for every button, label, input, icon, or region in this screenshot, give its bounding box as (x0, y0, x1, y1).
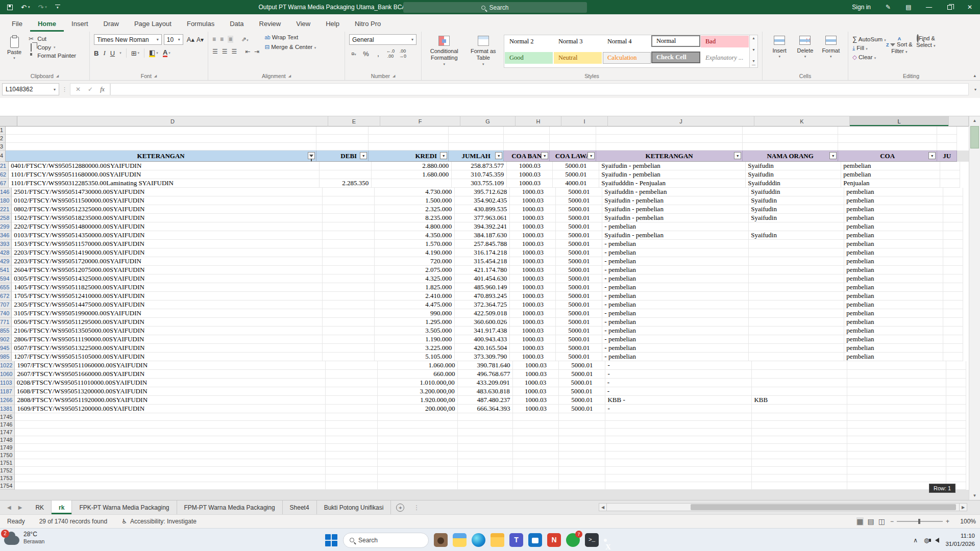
cell-j-1754[interactable] (605, 482, 752, 490)
cell-j-1060[interactable]: - (605, 370, 752, 379)
comma-style-icon[interactable]: , (374, 49, 383, 58)
cell-d-428[interactable]: 2203/FTSCY/WS950514190000.00SYAIFUDIN (12, 248, 323, 257)
cell-g-1747[interactable] (458, 429, 513, 436)
cell-g-902[interactable]: 400.943.433 (455, 335, 510, 344)
scroll-right-icon[interactable]: ▶ (959, 503, 967, 511)
cell-l-1745[interactable] (847, 413, 946, 421)
cell-l-393[interactable]: pembelian (844, 240, 943, 248)
row-header-771[interactable]: 771 (0, 318, 12, 327)
cell-h-1745[interactable] (513, 413, 559, 421)
cell-f-180[interactable]: 1.500.000 (375, 196, 455, 205)
cell-f-428[interactable]: 4.190.000 (375, 248, 455, 257)
cell-i-1381[interactable]: 5000.01 (559, 405, 605, 413)
row-header-1752[interactable]: 1752 (0, 467, 15, 474)
cell-j-1753[interactable] (605, 474, 752, 482)
cell-e-655[interactable] (323, 283, 375, 292)
cell-i-1746[interactable] (559, 421, 605, 429)
sheet-nav-left-icon[interactable]: ◀ (7, 505, 11, 510)
row-header-180[interactable]: 180 (0, 196, 12, 205)
cell-f-541[interactable]: 2.075.000 (375, 266, 455, 274)
save-icon[interactable] (7, 5, 13, 10)
filter-dropdown-icon[interactable]: ▼ (440, 152, 447, 159)
cell-k-1750[interactable] (752, 452, 847, 459)
folder-icon[interactable] (491, 533, 504, 547)
cell-h-428[interactable]: 1000.03 (510, 248, 556, 257)
cell-i-985[interactable]: 5000.01 (556, 353, 602, 361)
cell-partial[interactable] (943, 188, 963, 196)
row-header-67[interactable]: 67 (0, 179, 9, 188)
cell-g-594[interactable]: 401.454.630 (455, 274, 510, 283)
find-select-button[interactable]: Find & Select ▾ (913, 34, 939, 61)
grow-font-icon[interactable]: A▴ (187, 36, 194, 43)
cell-g-62[interactable]: 310.745.359 (452, 170, 507, 179)
cell-d-855[interactable]: 2106/FTSCY/WS950513505000.00SYAIFUDIN (12, 327, 323, 335)
cell-f-393[interactable]: 1.570.000 (375, 240, 455, 248)
cell-g-67[interactable]: 303.755.109 (452, 179, 507, 188)
cell-partial[interactable] (946, 405, 966, 413)
cell-h-180[interactable]: 1000.03 (510, 196, 556, 205)
cell-j-945[interactable]: - pembelian (602, 344, 749, 353)
cell-i-1022[interactable]: 5000.01 (559, 361, 605, 370)
cell-i-67[interactable]: 4000.01 (553, 179, 599, 188)
cell-j-985[interactable]: - pembelian (602, 353, 749, 361)
cell-d-1022[interactable]: 1907/FTSCY/WS950511060000.00SYAIFUDIN (15, 361, 326, 370)
copy-button[interactable]: Copy ▾ (28, 44, 76, 51)
cell-k-1266[interactable]: KBB (752, 396, 847, 405)
cell-g-346[interactable]: 384.187.630 (455, 231, 510, 240)
cell-k-346[interactable]: Syaifudin (749, 231, 844, 240)
cell-j-180[interactable]: Syaifudin - pembelian (602, 196, 749, 205)
cell-f-672[interactable]: 2.410.000 (375, 292, 455, 300)
cell-h-1749[interactable] (513, 444, 559, 452)
cell-g-3[interactable] (449, 143, 504, 151)
cell-d-1750[interactable] (15, 452, 326, 459)
cell-l-62[interactable]: pembelian (841, 170, 940, 179)
filter-dropdown-icon[interactable]: ▼ (495, 152, 502, 159)
cell-e-1103[interactable] (326, 379, 378, 387)
cell-j-428[interactable]: - pembelian (602, 248, 749, 257)
cell-g-1187[interactable]: 483.630.818 (458, 387, 513, 396)
cell-i-221[interactable]: 5000.01 (556, 205, 602, 214)
column-header-partial[interactable] (949, 116, 969, 127)
cell-f-146[interactable]: 4.730.000 (375, 188, 455, 196)
cell-l-902[interactable]: pembelian (844, 335, 943, 344)
cell-h-1187[interactable]: 1000.03 (513, 387, 559, 396)
cell-l-1746[interactable] (847, 421, 946, 429)
number-dialog-launcher-icon[interactable]: ◢ (393, 74, 395, 78)
cell-k-180[interactable]: Syaifudin (749, 196, 844, 205)
cell-j-771[interactable]: - pembelian (602, 318, 749, 327)
insert-function-icon[interactable]: fx (100, 86, 105, 93)
cell-i-541[interactable]: 5000.01 (556, 266, 602, 274)
cell-l-1[interactable] (838, 127, 937, 135)
cell-g-771[interactable]: 360.600.026 (455, 318, 510, 327)
row-header-346[interactable]: 346 (0, 231, 12, 240)
sheet-tab-rk[interactable]: rk (52, 500, 72, 514)
cell-d-346[interactable]: 0103/FTSCY/WS950514350000.00SYAIFUDIN (12, 231, 323, 240)
cell-k-67[interactable]: Syaifudddin (746, 179, 841, 188)
cell-e-740[interactable] (323, 309, 375, 318)
cell-g-393[interactable]: 257.845.788 (455, 240, 510, 248)
search-box[interactable]: Search (403, 2, 587, 13)
cell-f-1747[interactable] (378, 429, 458, 436)
cell-d-429[interactable]: 2203/FTSCY/WS95051720000.00SYAIFUDIN (12, 257, 323, 266)
ribbon-tab-insert[interactable]: Insert (64, 16, 96, 32)
weather-widget[interactable]: 2 28°C Berawan (4, 531, 44, 545)
cell-f-346[interactable]: 4.350.000 (375, 231, 455, 240)
cell-g-21[interactable]: 258.873.577 (452, 162, 507, 170)
cell-j-1748[interactable] (605, 436, 752, 444)
cell-e-3[interactable] (316, 143, 369, 151)
cell-h-1103[interactable]: 1000.03 (513, 379, 559, 387)
style-neutral[interactable]: Neutral (554, 52, 602, 64)
row-header-594[interactable]: 594 (0, 274, 12, 283)
cell-e-146[interactable] (323, 188, 375, 196)
cell-partial[interactable] (946, 436, 966, 444)
column-header-E[interactable]: E (328, 116, 380, 127)
cell-d-707[interactable]: 2305/FTSCY/WS950514475000.00SYAIFUDIN (12, 300, 323, 309)
cell-partial[interactable] (946, 396, 966, 405)
cell-i-1747[interactable] (559, 429, 605, 436)
cell-j-1[interactable] (596, 127, 743, 135)
cell-g-672[interactable]: 470.893.245 (455, 292, 510, 300)
cell-d-541[interactable]: 2604/FTSCY/WS950512075000.00SYAIFUDIN (12, 266, 323, 274)
row-header-299[interactable]: 299 (0, 222, 12, 231)
cell-h-1266[interactable]: 1000.03 (513, 396, 559, 405)
cell-i-62[interactable]: 5000.01 (553, 170, 599, 179)
